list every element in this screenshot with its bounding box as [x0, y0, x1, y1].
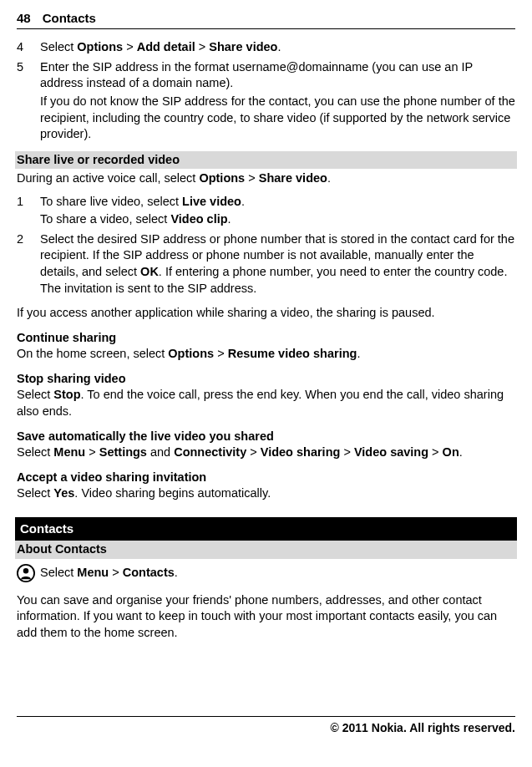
bold-on: On	[443, 445, 459, 459]
text: Select	[37, 565, 77, 578]
share-step-2: 2 Select the desired SIP address or phon…	[17, 231, 515, 298]
bold-ok: OK	[140, 265, 159, 278]
bold-video-clip: Video clip	[170, 212, 227, 226]
separator: >	[340, 445, 354, 459]
page-header: 48 Contacts	[17, 10, 515, 27]
accept-body: Select Yes. Video sharing begins automat…	[17, 485, 515, 502]
bold-video-saving: Video saving	[354, 445, 428, 459]
text: Select	[40, 40, 77, 53]
bold-menu: Menu	[77, 565, 109, 578]
bold-options: Options	[168, 347, 214, 360]
step-4: 4 Select Options > Add detail > Share vi…	[17, 39, 515, 58]
step-body: Select the desired SIP address or phone …	[40, 231, 515, 298]
bold-yes: Yes	[53, 486, 74, 500]
text: .	[228, 212, 231, 226]
section-contacts: Contacts	[15, 517, 517, 541]
separator: >	[195, 40, 210, 53]
bold-options: Options	[77, 40, 123, 53]
header-rule	[17, 28, 515, 29]
step-number: 1	[17, 194, 40, 230]
text: Select	[17, 445, 53, 459]
step-5: 5 Enter the SIP address in the format us…	[17, 59, 515, 145]
contacts-menu-row: Select Menu > Contacts.	[17, 564, 515, 582]
step-body: To share live video, select Live video. …	[40, 194, 515, 230]
bold-add-detail: Add detail	[137, 40, 195, 53]
bold-video-sharing: Video sharing	[261, 445, 341, 459]
page-number: 48	[17, 10, 31, 27]
page-footer: © 2011 Nokia. All rights reserved.	[17, 716, 515, 736]
separator: >	[85, 445, 99, 459]
stop-sharing-body: Select Stop. To end the voice call, pres…	[17, 387, 515, 419]
step-number: 5	[17, 59, 40, 145]
stop-sharing-head: Stop sharing video	[17, 371, 515, 388]
separator: >	[214, 347, 228, 360]
separator: >	[246, 445, 261, 459]
bold-share-video: Share video	[209, 40, 277, 53]
bold-settings: Settings	[99, 445, 147, 459]
contacts-icon	[17, 564, 35, 582]
text: .	[277, 40, 281, 53]
bold-stop: Stop	[53, 388, 80, 401]
svg-point-1	[23, 568, 28, 573]
bold-contacts: Contacts	[123, 565, 175, 578]
page: 48 Contacts 4 Select Options > Add detai…	[0, 0, 532, 744]
about-contacts-body: You can save and organise your friends' …	[17, 592, 515, 642]
bold-connectivity: Connectivity	[174, 445, 246, 459]
share-step-1: 1 To share live video, select Live video…	[17, 194, 515, 230]
step-5-line-1: Enter the SIP address in the format user…	[40, 59, 515, 92]
text: .	[357, 347, 360, 360]
text: . Video sharing begins automatically.	[74, 486, 271, 500]
text: . To end the voice call, press the end k…	[17, 388, 504, 418]
step-5-line-2: If you do not know the SIP address for t…	[40, 94, 515, 143]
section-share-live: Share live or recorded video	[15, 151, 517, 170]
text: .	[241, 195, 245, 208]
section-about-contacts: About Contacts	[15, 541, 517, 559]
chapter-title: Contacts	[43, 10, 96, 27]
text: .	[327, 171, 331, 185]
save-auto-body: Select Menu > Settings and Connectivity …	[17, 444, 515, 461]
bold-resume: Resume video sharing	[228, 347, 357, 360]
bold-share-video: Share video	[259, 171, 327, 185]
separator: >	[428, 445, 443, 459]
share-intro: During an active voice call, select Opti…	[17, 170, 515, 187]
text: Select	[17, 388, 53, 401]
continue-sharing-body: On the home screen, select Options > Res…	[17, 346, 515, 363]
text: To share live video, select	[40, 195, 182, 208]
bold-menu: Menu	[53, 445, 85, 459]
bold-options: Options	[199, 171, 245, 185]
save-auto-head: Save automatically the live video you sh…	[17, 429, 515, 445]
text: On the home screen, select	[17, 347, 168, 360]
bold-live-video: Live video	[182, 195, 241, 208]
text: and	[147, 445, 174, 459]
text: .	[459, 445, 463, 459]
text: During an active voice call, select	[17, 171, 199, 185]
step-number: 2	[17, 231, 40, 298]
step-body: Select Options > Add detail > Share vide…	[40, 39, 515, 58]
paused-note: If you access another application while …	[17, 305, 515, 322]
continue-sharing-head: Continue sharing	[17, 330, 515, 347]
text: Select	[17, 486, 53, 500]
text: To share a video, select	[40, 212, 170, 226]
separator: >	[109, 565, 123, 578]
step-number: 4	[17, 39, 40, 58]
separator: >	[123, 40, 137, 53]
accept-head: Accept a video sharing invitation	[17, 470, 515, 486]
separator: >	[245, 171, 259, 185]
step-body: Enter the SIP address in the format user…	[40, 59, 515, 145]
text: .	[175, 565, 178, 578]
